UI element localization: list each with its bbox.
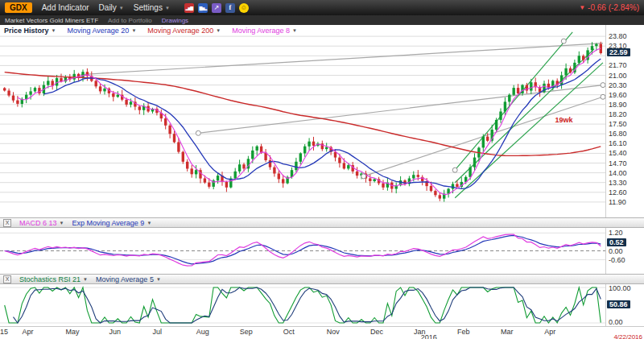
indicator-chip-label: Price History bbox=[4, 27, 49, 35]
price-axis-label: 21.70 bbox=[609, 61, 627, 69]
chevron-down-icon: ▼ bbox=[83, 277, 88, 282]
indicator-chip-label: Moving Average 200 bbox=[147, 27, 213, 35]
top-toolbar: GDX Add Indicator Daily ▼ Settings ▼ ▂▅▇… bbox=[0, 0, 644, 15]
macd-value-badge: 0.52 bbox=[607, 238, 626, 246]
time-axis-label: Apr bbox=[544, 328, 555, 336]
stoch-axis-label: 100.00 bbox=[609, 284, 631, 292]
macd-label-text: MACD 6 13 bbox=[19, 219, 57, 227]
macd-chart[interactable] bbox=[0, 228, 605, 274]
macd-signal-label-text: Exp Moving Average 9 bbox=[72, 219, 144, 227]
time-axis-label: Jun bbox=[109, 328, 122, 336]
chevron-down-icon: ▼ bbox=[131, 28, 136, 33]
close-macd-button[interactable]: X bbox=[3, 219, 11, 227]
time-axis-label: Nov bbox=[327, 328, 340, 336]
price-axis-label: 21.00 bbox=[609, 72, 627, 80]
price-axis-label: 23.80 bbox=[609, 32, 627, 40]
stoch-label-text: Stochastics RSI 21 bbox=[19, 275, 80, 283]
close-stoch-button[interactable]: X bbox=[3, 275, 11, 283]
add-to-portfolio-link[interactable]: Add to Portfolio bbox=[108, 17, 152, 24]
price-axis-label: 16.80 bbox=[609, 130, 627, 138]
time-axis-label: May bbox=[65, 328, 79, 336]
time-axis-label: Mar bbox=[501, 328, 514, 336]
trend-annotation: 19wk bbox=[555, 116, 573, 124]
price-axis-label: 17.50 bbox=[609, 120, 627, 128]
bars-glyph: ▂▅▇ bbox=[186, 6, 193, 10]
stoch-axis-label: 0.00 bbox=[609, 318, 623, 326]
price-axis-label: 13.30 bbox=[609, 179, 627, 187]
macd-axis-label: -0.60 bbox=[609, 256, 625, 264]
macd-indicator-label[interactable]: MACD 6 13 ▼ bbox=[19, 219, 64, 227]
settings-label: Settings bbox=[134, 3, 163, 12]
time-axis-label: 15 bbox=[0, 328, 8, 336]
time-axis-label: Sep bbox=[240, 328, 253, 336]
price-axis-label: 19.60 bbox=[609, 91, 627, 99]
add-indicator-button[interactable]: Add Indicator bbox=[42, 3, 89, 12]
time-axis-label: Jul bbox=[153, 328, 163, 336]
macd-axis[interactable]: 0.52 1.200.00-0.60 bbox=[605, 228, 644, 274]
share-icon[interactable]: ↗ bbox=[212, 3, 221, 13]
time-axis-label: Oct bbox=[283, 328, 295, 336]
time-axis-label: Dec bbox=[370, 328, 383, 336]
smiley-icon[interactable]: ☺ bbox=[239, 3, 249, 13]
macd-axis-label: 0.00 bbox=[609, 247, 623, 255]
symbol-badge[interactable]: GDX bbox=[5, 2, 32, 13]
stock-charting-app: GDX Add Indicator Daily ▼ Settings ▼ ▂▅▇… bbox=[0, 0, 644, 339]
indicator-chip-label: Moving Average 8 bbox=[232, 27, 290, 35]
candlestick-chart-icon[interactable]: ▂▅▇ bbox=[184, 3, 194, 13]
indicator-chip-moving-average-8[interactable]: Moving Average 8▼ bbox=[232, 27, 297, 35]
bars-glyph: ▇▅▂ bbox=[200, 6, 207, 10]
facebook-icon[interactable]: f bbox=[225, 3, 235, 13]
chevron-down-icon: ▼ bbox=[147, 221, 151, 225]
price-axis-label: 18.20 bbox=[609, 110, 627, 118]
sub-toolbar: Market Vectors Gold Miners ETF Add to Po… bbox=[0, 15, 644, 25]
change-value: -0.66 (-2.84%) bbox=[588, 3, 639, 12]
bar-chart-icon[interactable]: ▇▅▂ bbox=[198, 3, 208, 13]
stoch-ma-label[interactable]: Moving Average 5 ▼ bbox=[96, 275, 161, 283]
price-chart[interactable] bbox=[0, 25, 605, 217]
chevron-down-icon: ▼ bbox=[216, 28, 221, 33]
chevron-down-icon: ▼ bbox=[292, 28, 297, 33]
price-axis-label: 12.60 bbox=[609, 188, 627, 196]
timeframe-dropdown[interactable]: Daily ▼ bbox=[99, 3, 124, 12]
macd-signal-label[interactable]: Exp Moving Average 9 ▼ bbox=[72, 219, 151, 227]
time-axis-label: Aug bbox=[196, 328, 209, 336]
chevron-down-icon: ▼ bbox=[60, 221, 64, 225]
time-axis-label: Apr bbox=[22, 328, 33, 336]
time-axis[interactable]: 2016 4/22/2016 15AprMayJunJulAugSepOctNo… bbox=[0, 326, 644, 339]
stoch-chart[interactable] bbox=[0, 284, 605, 326]
down-arrow-icon: ▼ bbox=[579, 4, 585, 11]
indicator-chip-label: Moving Average 20 bbox=[67, 27, 129, 35]
time-axis-label: Jan bbox=[414, 328, 426, 336]
macd-axis-label: 1.20 bbox=[609, 229, 623, 237]
stoch-value-badge: 50.86 bbox=[607, 300, 630, 308]
macd-pane-header: X MACD 6 13 ▼ Exp Moving Average 9 ▼ bbox=[0, 217, 644, 228]
add-indicator-label: Add Indicator bbox=[42, 3, 89, 12]
price-axis-label: 14.00 bbox=[609, 169, 627, 177]
chevron-down-icon: ▼ bbox=[156, 277, 161, 282]
indicator-chip-moving-average-20[interactable]: Moving Average 20▼ bbox=[67, 27, 136, 35]
drawings-link[interactable]: Drawings bbox=[162, 17, 188, 24]
price-axis-label: 16.10 bbox=[609, 139, 627, 147]
time-axis-label: Feb bbox=[457, 328, 470, 336]
instrument-name: Market Vectors Gold Miners ETF bbox=[5, 17, 98, 24]
toolbar-icons: ▂▅▇ ▇▅▂ ↗ f ☺ bbox=[184, 3, 249, 13]
timeframe-label: Daily bbox=[99, 3, 117, 12]
chevron-down-icon: ▼ bbox=[52, 28, 56, 33]
price-change: ▼ -0.66 (-2.84%) bbox=[579, 3, 639, 12]
price-indicator-chips: Price History▼Moving Average 20▼Moving A… bbox=[4, 27, 297, 35]
stoch-axis[interactable]: 50.86 100.000.00 bbox=[605, 284, 644, 326]
price-axis-label: 18.90 bbox=[609, 101, 627, 109]
price-axis-label: 20.30 bbox=[609, 81, 627, 89]
stoch-pane-header: X Stochastics RSI 21 ▼ Moving Average 5 … bbox=[0, 274, 644, 284]
chevron-down-icon: ▼ bbox=[165, 6, 170, 10]
indicator-chip-price-history[interactable]: Price History▼ bbox=[4, 27, 56, 35]
indicator-chip-moving-average-200[interactable]: Moving Average 200▼ bbox=[147, 27, 221, 35]
price-axis-label: 15.40 bbox=[609, 149, 627, 157]
settings-dropdown[interactable]: Settings ▼ bbox=[134, 3, 170, 12]
stoch-indicator-label[interactable]: Stochastics RSI 21 ▼ bbox=[19, 275, 88, 283]
chart-area: Price History▼Moving Average 20▼Moving A… bbox=[0, 25, 644, 339]
chevron-down-icon: ▼ bbox=[119, 6, 124, 10]
price-axis-label: 11.90 bbox=[609, 198, 626, 206]
price-axis-label: 14.70 bbox=[609, 159, 627, 167]
price-axis[interactable]: 22.59 23.8023.1021.7021.0020.3019.6018.9… bbox=[605, 25, 644, 217]
